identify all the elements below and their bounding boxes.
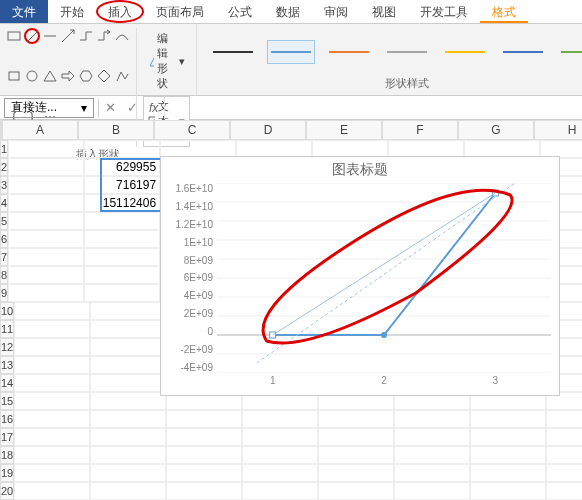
shape-textbox-icon[interactable]: [6, 28, 22, 44]
plot-area[interactable]: [217, 183, 551, 373]
cancel-button[interactable]: ✕: [99, 100, 121, 115]
cell-A7[interactable]: [8, 248, 84, 266]
cell-A12[interactable]: [14, 338, 90, 356]
name-box[interactable]: 直接连... ▾: [4, 98, 94, 118]
col-G[interactable]: G: [458, 120, 534, 140]
tab-view[interactable]: 视图: [360, 0, 408, 23]
cell-B16[interactable]: [90, 410, 166, 428]
cell-A1[interactable]: [8, 140, 84, 158]
cell-E19[interactable]: [318, 464, 394, 482]
shape-rect-icon[interactable]: [6, 68, 22, 84]
col-D[interactable]: D: [230, 120, 306, 140]
row-header[interactable]: 16: [0, 410, 14, 428]
cell-B4[interactable]: 15112406: [84, 194, 160, 212]
cell-D16[interactable]: [242, 410, 318, 428]
col-E[interactable]: E: [306, 120, 382, 140]
style-blue[interactable]: [267, 40, 315, 64]
cell-E17[interactable]: [318, 428, 394, 446]
cell-B5[interactable]: [84, 212, 160, 230]
cell-H17[interactable]: [546, 428, 582, 446]
cell-A11[interactable]: [14, 320, 90, 338]
cell-F20[interactable]: [394, 482, 470, 500]
col-H[interactable]: H: [534, 120, 582, 140]
cell-B19[interactable]: [90, 464, 166, 482]
shape-freeform-icon[interactable]: [114, 68, 130, 84]
cell-A2[interactable]: [8, 158, 84, 176]
confirm-button[interactable]: ✓: [121, 100, 143, 115]
row-header[interactable]: 9: [0, 284, 8, 302]
row-header[interactable]: 5: [0, 212, 8, 230]
cell-B11[interactable]: [90, 320, 166, 338]
tab-developer[interactable]: 开发工具: [408, 0, 480, 23]
row-header[interactable]: 1: [0, 140, 8, 158]
cell-B18[interactable]: [90, 446, 166, 464]
cell-B13[interactable]: [90, 356, 166, 374]
cell-E20[interactable]: [318, 482, 394, 500]
cell-B14[interactable]: [90, 374, 166, 392]
cell-A20[interactable]: [14, 482, 90, 500]
row-header[interactable]: 4: [0, 194, 8, 212]
row-header[interactable]: 12: [0, 338, 14, 356]
cell-H19[interactable]: [546, 464, 582, 482]
style-gold[interactable]: [441, 40, 489, 64]
shape-hex-icon[interactable]: [78, 68, 94, 84]
cell-D20[interactable]: [242, 482, 318, 500]
cell-D17[interactable]: [242, 428, 318, 446]
shape-circle-icon[interactable]: [24, 68, 40, 84]
cell-B7[interactable]: [84, 248, 160, 266]
style-gallery[interactable]: [203, 28, 582, 76]
style-blue2[interactable]: [499, 40, 547, 64]
cell-B15[interactable]: [90, 392, 166, 410]
shape-connector-icon[interactable]: [78, 28, 94, 44]
row-header[interactable]: 17: [0, 428, 14, 446]
formula-input[interactable]: [164, 96, 582, 119]
cell-A18[interactable]: [14, 446, 90, 464]
cell-A14[interactable]: [14, 374, 90, 392]
fx-icon[interactable]: fx: [143, 101, 164, 115]
cell-A15[interactable]: [14, 392, 90, 410]
row-header[interactable]: 10: [0, 302, 14, 320]
style-green[interactable]: [557, 40, 582, 64]
row-header[interactable]: 2: [0, 158, 8, 176]
row-header[interactable]: 14: [0, 374, 14, 392]
cell-F18[interactable]: [394, 446, 470, 464]
cell-D19[interactable]: [242, 464, 318, 482]
row-header[interactable]: 13: [0, 356, 14, 374]
cell-G20[interactable]: [470, 482, 546, 500]
cell-G16[interactable]: [470, 410, 546, 428]
chart-title[interactable]: 图表标题: [161, 157, 559, 183]
cell-G17[interactable]: [470, 428, 546, 446]
cell-B12[interactable]: [90, 338, 166, 356]
style-gray[interactable]: [383, 40, 431, 64]
cell-E18[interactable]: [318, 446, 394, 464]
shape-arrow-icon[interactable]: [60, 28, 76, 44]
tab-file[interactable]: 文件: [0, 0, 48, 23]
tab-home[interactable]: 开始: [48, 0, 96, 23]
cell-C20[interactable]: [166, 482, 242, 500]
row-header[interactable]: 3: [0, 176, 8, 194]
cell-B17[interactable]: [90, 428, 166, 446]
cell-F16[interactable]: [394, 410, 470, 428]
row-header[interactable]: 6: [0, 230, 8, 248]
chevron-down-icon[interactable]: ▾: [81, 101, 87, 115]
tab-data[interactable]: 数据: [264, 0, 312, 23]
cell-B6[interactable]: [84, 230, 160, 248]
cell-B1[interactable]: [84, 140, 160, 158]
chart[interactable]: 图表标题 1.6E+10 1.4E+10 1.2E+10 1E+10 8E+09…: [160, 156, 560, 396]
cell-B10[interactable]: [90, 302, 166, 320]
shape-curve-icon[interactable]: [114, 28, 130, 44]
cell-C17[interactable]: [166, 428, 242, 446]
shape-elbow-icon[interactable]: [96, 28, 112, 44]
row-header[interactable]: 11: [0, 320, 14, 338]
shape-diamond-icon[interactable]: [96, 68, 112, 84]
col-F[interactable]: F: [382, 120, 458, 140]
tab-formulas[interactable]: 公式: [216, 0, 264, 23]
cell-C19[interactable]: [166, 464, 242, 482]
shape-rarrow-icon[interactable]: [60, 68, 76, 84]
cell-A16[interactable]: [14, 410, 90, 428]
cell-A9[interactable]: [8, 284, 84, 302]
cell-F19[interactable]: [394, 464, 470, 482]
edit-shape-button[interactable]: 编辑形状 ▾: [143, 28, 190, 94]
cell-C16[interactable]: [166, 410, 242, 428]
row-header[interactable]: 7: [0, 248, 8, 266]
